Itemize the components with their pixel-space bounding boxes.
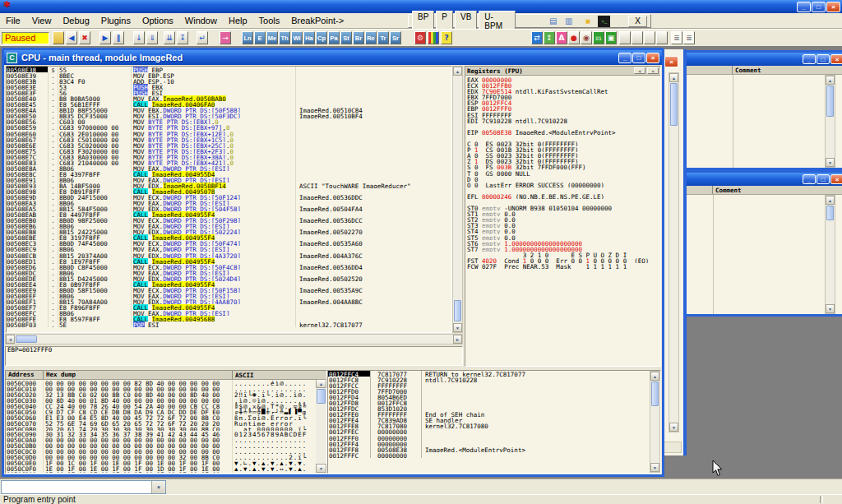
disasm-row[interactable]: 00508EC3.8B0D 74F45000MOV ECX,DWORD PTR … [7, 240, 451, 246]
help-button[interactable]: ? [441, 31, 452, 44]
stack-row[interactable]: 0012FFE0FFFFFFFFEnd of SEH chain [328, 411, 660, 417]
stack-row[interactable]: 0012FFE47C839AD8SE handler [328, 417, 660, 423]
stack-row[interactable]: 0012FFD48054B6ED [328, 394, 660, 400]
window-references-button[interactable]: Re [365, 31, 377, 44]
register-line[interactable]: EBX 7FFD7000 [465, 94, 660, 99]
go-to-address-button[interactable]: → [220, 31, 231, 44]
register-line[interactable]: ST5 empty 0.0 [465, 234, 660, 240]
animate-into-button[interactable]: ⇊ [164, 31, 175, 44]
scrollbar[interactable]: ▲ ▼ [825, 195, 835, 314]
background-window-1[interactable]: _ □ × Comment ▲ ▼ [683, 50, 842, 170]
disasm-row[interactable]: 00508EAB.E8 4497F8FFCALL ImageRed.004955… [7, 211, 451, 217]
stack-row[interactable]: 0012FFF400000000 [328, 441, 660, 446]
dump-row[interactable]: 0050C08020 20 61 74 20 30 30 30 30 30 30… [6, 426, 326, 432]
stack-pane[interactable]: 0012FFC47C817077RETURN to kernel32.7C817… [327, 370, 661, 474]
disasm-row[interactable]: 00508E50.8B35 DCF35000MOV ESI,DWORD PTR … [7, 113, 451, 118]
stack-row[interactable]: 0012FFC87C910228ntdll.7C910228 [328, 377, 660, 382]
step-into-button[interactable]: ↓ [133, 31, 145, 44]
register-line[interactable]: ST7 empty 1.0000000000000000000 [465, 246, 660, 252]
cpu-titlebar[interactable]: C CPU - main thread, module ImageRed _ □… [4, 50, 662, 65]
scroll-up-icon[interactable]: ▲ [826, 196, 835, 205]
dump-row[interactable]: 0050C040CC 24 40 00 78 26 40 00 54 2A 40… [6, 403, 326, 409]
scroll-thumb[interactable] [670, 83, 678, 126]
disasm-row[interactable]: 00508E59.C683 97000000 00MOV BYTE PTR DS… [7, 124, 451, 130]
disasm-row[interactable]: 00508EB8.8B15 24225000MOV EDX,DWORD PTR … [7, 229, 451, 234]
register-line[interactable]: C 0 ES 0023 32bit 0(FFFFFFFF) [465, 141, 660, 146]
disasm-row[interactable]: 00508EC9.8B06MOV EAX,DWORD PTR DS:[ESI] [7, 246, 451, 252]
scrollbar[interactable]: ▲ ▼ [669, 72, 679, 432]
execute-till-return-button[interactable]: ↵ [197, 31, 208, 44]
stack-row[interactable]: 0012FFF800508E38ImageRed.<ModuleEntryPoi… [328, 446, 660, 452]
scroll-down-icon[interactable]: ▼ [826, 304, 835, 313]
register-line[interactable]: EDI 7C910228 ntdll.7C910228 [465, 118, 660, 123]
list-pages-button-2[interactable]: ≣ [683, 31, 695, 44]
window-breakpoints-button[interactable]: Br [353, 31, 364, 44]
register-line[interactable]: Z 1 DS 0023 32bit 0(FFFFFFFF) [465, 158, 660, 164]
disasm-row[interactable]: 00508ED1.E8 1E97F8FFCALL ImageRed.004955… [7, 258, 451, 264]
open-file-button[interactable] [53, 31, 64, 44]
scroll-down-icon[interactable]: ▼ [453, 323, 462, 332]
close-icon[interactable]: × [830, 54, 842, 64]
dump-pane[interactable]: Address Hex dump ASCII 0050C00000 00 00 … [5, 370, 327, 474]
close-icon[interactable]: × [646, 53, 659, 63]
dump-row[interactable]: 0050C0B000 00 00 00 00 00 00 00 00 00 00… [6, 442, 326, 448]
registers-pane[interactable]: Registers (FPU) < < EAX 00000000ECX 0012… [465, 66, 661, 367]
disasm-row[interactable]: 00508E93.BA 14BF5000MOV EDX,ImageRed.005… [7, 183, 451, 188]
copy-document-icon[interactable]: ▤ [547, 16, 559, 27]
blank-button-1[interactable] [619, 31, 631, 44]
disasm-row[interactable]: 00508E7C.C683 8A030000 00MOV BYTE PTR DS… [7, 154, 451, 160]
dump-row[interactable]: 0050C1001F 00 1F 00 1F 00 1F 00 1F 00 1F… [6, 471, 326, 474]
stack-row[interactable]: 0012FFE87C817080kernel32.7C817080 [328, 423, 660, 428]
disasm-row[interactable]: 00508E98.E8 DB91F8FFCALL ImageRed.004950… [7, 188, 451, 194]
disasm-row[interactable]: 00508E40.B8 B0BA5000MOV EAX,ImageRed.005… [7, 95, 451, 101]
disasm-row[interactable]: 00508EBE.E8 3197F8FFCALL ImageRed.004955… [7, 234, 451, 240]
dump-row[interactable]: 0050C050C9 D7 CF C8 CD CE DB D8 DA D9 CA… [6, 409, 326, 414]
disasm-row[interactable]: 00508EDE.8B15 D4245000MOV EDX,DWORD PTR … [7, 275, 451, 281]
register-line[interactable] [465, 187, 660, 193]
window-threads-button[interactable]: Th [279, 31, 290, 44]
scroll-up-icon[interactable]: ▲ [453, 67, 462, 76]
dump-row[interactable]: 0050C0E01F 00 1C 00 1F 00 1E 00 1F 00 1E… [6, 460, 326, 465]
disasm-row[interactable]: 00508E91.8B06MOV EAX,DWORD PTR DS:[ESI] [7, 177, 451, 183]
register-line[interactable]: ST4 empty 0.0 [465, 228, 660, 234]
disasm-row[interactable]: 00508E3B.83C4 F0ADD ESP,-10 [7, 78, 451, 84]
command-combobox[interactable]: ▼ [1, 480, 166, 494]
window-callstack-button[interactable]: St [340, 31, 352, 44]
register-line[interactable]: D 0 [465, 176, 660, 182]
maximize-button[interactable]: □ [817, 174, 830, 184]
window-patches-button[interactable]: Pa [328, 31, 340, 44]
disasm-row[interactable]: 00508E8C.E8 4397F8FFCALL ImageRed.004955… [7, 171, 451, 177]
window-source-button[interactable]: Sr [390, 31, 401, 44]
dump-scrollbar[interactable]: ▲ ▼ [316, 379, 326, 473]
minimize-button[interactable]: _ [803, 54, 816, 64]
registers-prev-button[interactable]: < [634, 67, 645, 74]
open-folder-icon[interactable]: ■ [581, 16, 594, 27]
blank-button-2[interactable] [632, 31, 643, 44]
disasm-row[interactable]: 00508EE4.E8 0B97F8FFCALL ImageRed.004955… [7, 281, 451, 287]
disassembly-scrollbar[interactable]: ▲ ▼ [452, 66, 463, 333]
register-line[interactable]: P 1 CS 001B 32bit 0(FFFFFFFF) [465, 146, 660, 152]
register-line[interactable]: FST 4020 Cond 1 0 0 0 Err 0 0 1 0 0 0 0 … [465, 257, 660, 263]
register-line[interactable]: ST6 empty 1.0000000000000000000 [465, 240, 660, 246]
disasm-row[interactable]: 00508EB0.8B0D 98F25000MOV ECX,DWORD PTR … [7, 217, 451, 223]
notes-document-icon[interactable]: ▥ [562, 16, 575, 27]
blank-button-3[interactable] [644, 31, 655, 44]
dump-row[interactable]: 0050C0C000 00 00 00 00 00 00 00 00 00 00… [6, 448, 326, 454]
register-line[interactable]: ST1 empty 0.0 [465, 210, 660, 216]
disasm-row[interactable]: 00508E39.8BECMOV EBP,ESP [7, 72, 451, 78]
disasm-row[interactable]: 00508EF7.E8 F896F8FFCALL ImageRed.004955… [7, 304, 451, 310]
disasm-row[interactable]: 00508EE9.8B0D 58F15000MOV ECX,DWORD PTR … [7, 287, 451, 293]
background-window-2[interactable]: _ □ × Comment ▲ ▼ [683, 170, 842, 317]
info-pane[interactable]: EBP=0012FFF0 [5, 346, 463, 366]
register-line[interactable]: ST2 empty 0.0 [465, 216, 660, 222]
stack-row[interactable]: 0012FFEC00000000 [328, 428, 660, 434]
disasm-row[interactable]: 00508EDC.8B06MOV EAX,DWORD PTR DS:[ESI] [7, 270, 451, 275]
menu-window[interactable]: Window [179, 14, 223, 27]
window-executables-button[interactable]: E [254, 31, 266, 44]
disassembly-pane[interactable]: 00508E38$55PUSH EBP00508E39.8BECMOV EBP,… [6, 66, 452, 333]
scroll-thumb[interactable] [826, 206, 834, 220]
dump-row[interactable]: 0050C01000 00 00 00 00 00 00 00 00 00 00… [6, 386, 326, 391]
scroll-up-icon[interactable]: ▲ [826, 76, 835, 85]
disasm-row[interactable]: 00508E75.C683 F3020000 00MOV BYTE PTR DS… [7, 148, 451, 154]
close-icon[interactable]: × [664, 56, 678, 67]
